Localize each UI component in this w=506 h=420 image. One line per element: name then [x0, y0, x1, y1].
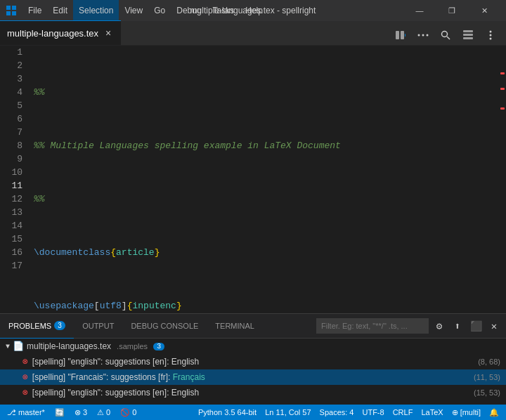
indentation-text: Spaces: 4 — [320, 408, 354, 416]
menu-file[interactable]: File — [22, 0, 47, 21]
line-num-7: 7 — [0, 126, 22, 139]
group-expand-icon: ▼ — [6, 343, 10, 350]
tab-terminal[interactable]: TERMINAL — [207, 314, 263, 339]
close-button[interactable]: ✕ — [468, 0, 500, 21]
code-text: %% — [34, 86, 45, 99]
problem-loc-1: (8, 68) — [478, 357, 500, 366]
language-mode-status[interactable]: LaTeX — [417, 405, 447, 420]
filter-settings-icon[interactable]: ⚙ — [432, 318, 447, 334]
python-version-status[interactable]: Python 3.5 64-bit — [194, 405, 261, 420]
close-panel-icon[interactable]: ✕ — [486, 318, 502, 334]
problem-item-2[interactable]: ⊗ [spelling] "Francais": suggestions [fr… — [0, 369, 506, 385]
wrap-icon[interactable]: ⬛ — [468, 318, 484, 334]
more-icon[interactable] — [413, 25, 433, 45]
filter-input[interactable] — [316, 318, 429, 334]
problems-list: ▼ 📄 multiple-languages.tex .samples 3 ⊗ … — [0, 339, 506, 405]
line-ending-status[interactable]: CRLF — [389, 405, 417, 420]
python-version-text: Python 3.5 64-bit — [198, 408, 257, 416]
code-editor[interactable]: %% %% Multiple Languages spelling exampl… — [28, 46, 496, 313]
code-line-4: \documentclass{article} — [34, 246, 496, 259]
overflow-icon[interactable] — [481, 25, 500, 45]
menu-view[interactable]: View — [119, 0, 148, 21]
tab-close-button[interactable]: × — [103, 27, 114, 39]
branch-icon: ⎇ — [7, 408, 16, 417]
line-num-14: 14 — [0, 219, 22, 232]
code-line-2: %% Multiple Languages spelling example i… — [34, 139, 496, 152]
line-num-13: 13 — [0, 206, 22, 219]
line-num-11: 11 — [0, 179, 22, 192]
problem-loc-2: (11, 53) — [474, 373, 500, 381]
minimize-button[interactable]: — — [403, 0, 436, 21]
svg-rect-3 — [12, 11, 16, 15]
bell-icon: 🔔 — [489, 408, 499, 417]
app-icon — [6, 5, 17, 16]
code-line-1: %% — [34, 86, 496, 99]
line-num-4: 4 — [0, 86, 22, 99]
tab-bar: multiple-languages.tex × — [0, 21, 506, 46]
cursor-position-status[interactable]: Ln 11, Col 57 — [261, 405, 315, 420]
problem-item-1[interactable]: ⊗ [spelling] "english": suggestions [en]… — [0, 354, 506, 369]
group-error-badge: 3 — [153, 343, 164, 350]
info-icon: 🚫 — [120, 408, 130, 417]
menu-selection[interactable]: Selection — [73, 0, 119, 21]
info-status[interactable]: 🚫 0 — [116, 405, 141, 420]
layout-icon[interactable] — [458, 25, 478, 45]
notifications-status[interactable]: 🔔 — [485, 405, 503, 420]
split-editor-icon[interactable] — [391, 25, 410, 45]
line-ending-text: CRLF — [393, 408, 413, 416]
window-title: multiple-languages.tex - spellright — [190, 6, 316, 15]
problem-item-3[interactable]: ⊗ [spelling] "english": suggestions [en]… — [0, 385, 506, 400]
encoding-status[interactable]: UTF-8 — [358, 405, 388, 420]
panel-filter-area: ⚙ ⬆ ⬛ ✕ — [316, 318, 506, 334]
svg-rect-5 — [401, 31, 404, 39]
errors-status[interactable]: ⊗ 3 — [70, 405, 91, 420]
menu-go[interactable]: Go — [148, 0, 171, 21]
line-num-17: 17 — [0, 259, 22, 273]
svg-point-16 — [490, 34, 492, 37]
line-num-2: 2 — [0, 59, 22, 72]
tab-label: multiple-languages.tex — [7, 28, 98, 39]
svg-point-8 — [422, 34, 424, 37]
git-branch-status[interactable]: ⎇ master* — [3, 405, 49, 420]
scrollbar-error-3 — [500, 107, 505, 110]
tab-active[interactable]: multiple-languages.tex × — [0, 20, 121, 45]
line-num-12: 12 — [0, 192, 22, 206]
debug-console-tab-label: DEBUG CONSOLE — [131, 322, 198, 330]
info-count: 0 — [132, 408, 136, 416]
line-num-15: 15 — [0, 232, 22, 246]
spellcheck-status[interactable]: ⊕ [multi] — [448, 405, 485, 420]
branch-name: master* — [18, 408, 45, 416]
line-num-1: 1 — [0, 46, 22, 59]
problems-group-header[interactable]: ▼ 📄 multiple-languages.tex .samples 3 — [0, 339, 506, 354]
cursor-position-text: Ln 11, Col 57 — [265, 408, 311, 416]
line-num-10: 10 — [0, 166, 22, 179]
problem-text-1: [spelling] "english": suggestions [en]: … — [32, 357, 199, 367]
error-icon-1: ⊗ — [22, 356, 28, 367]
tab-problems[interactable]: PROBLEMS 3 — [0, 314, 74, 339]
code-text: %% Multiple Languages spelling example i… — [34, 139, 341, 152]
sync-status[interactable]: 🔄 — [51, 405, 69, 420]
group-file-name: multiple-languages.tex — [27, 341, 111, 351]
line-numbers: 1 2 3 4 5 6 7 8 9 10 11 12 13 14 15 16 1… — [0, 46, 28, 313]
svg-rect-0 — [6, 6, 11, 10]
search-replace-icon[interactable] — [436, 25, 455, 45]
language-mode-text: LaTeX — [421, 408, 443, 416]
maximize-button[interactable]: ❐ — [436, 0, 468, 21]
svg-rect-4 — [396, 31, 399, 39]
problems-tab-label: PROBLEMS — [8, 322, 51, 330]
editor-scrollbar[interactable] — [496, 46, 506, 313]
warnings-status[interactable]: ⚠ 0 — [93, 405, 115, 420]
menu-edit[interactable]: Edit — [47, 0, 73, 21]
collapse-all-icon[interactable]: ⬆ — [450, 318, 465, 334]
line-num-8: 8 — [0, 139, 22, 152]
line-num-5: 5 — [0, 99, 22, 112]
title-bar: File Edit Selection View Go Debug Tasks … — [0, 0, 506, 21]
error-count: 3 — [83, 408, 87, 416]
scrollbar-error-2 — [500, 88, 505, 90]
indentation-status[interactable]: Spaces: 4 — [316, 405, 358, 420]
file-icon: 📄 — [13, 341, 24, 352]
spellcheck-text: ⊕ [multi] — [452, 408, 481, 417]
warning-count: 0 — [106, 408, 110, 416]
tab-debug-console[interactable]: DEBUG CONSOLE — [122, 314, 207, 339]
tab-output[interactable]: OUTPUT — [74, 314, 122, 339]
